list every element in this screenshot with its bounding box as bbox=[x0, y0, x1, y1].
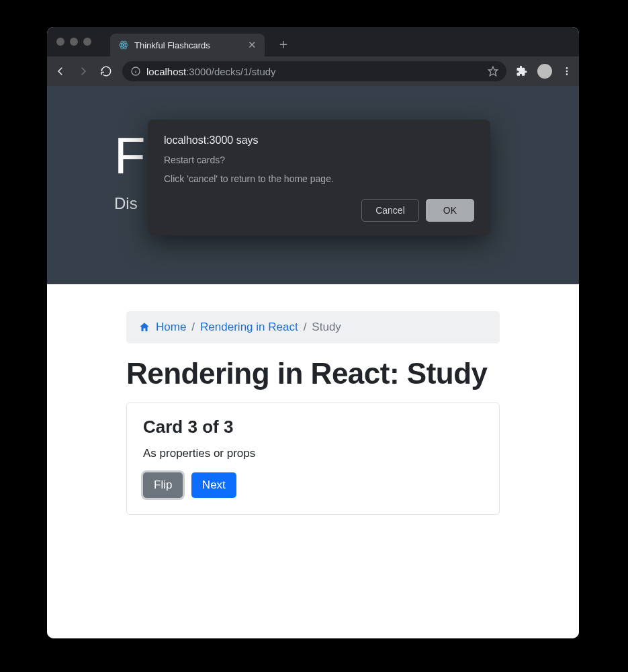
bookmark-star-icon[interactable] bbox=[488, 66, 498, 77]
ok-button[interactable]: OK bbox=[426, 199, 474, 222]
page-title: Rendering in React: Study bbox=[126, 357, 500, 390]
breadcrumb-deck-link[interactable]: Rendering in React bbox=[200, 321, 298, 334]
dialog-actions: Cancel OK bbox=[164, 199, 474, 222]
new-tab-icon[interactable]: ＋ bbox=[277, 35, 290, 53]
browser-toolbar: localhost:3000/decks/1/study bbox=[47, 56, 579, 86]
extensions-icon[interactable] bbox=[516, 65, 528, 77]
tab-close-icon[interactable]: ✕ bbox=[248, 39, 257, 51]
confirm-dialog: localhost:3000 says Restart cards? Click… bbox=[148, 120, 490, 235]
svg-point-8 bbox=[566, 67, 568, 69]
dialog-message-line2: Click 'cancel' to return to the home pag… bbox=[164, 173, 474, 184]
tab-bar: Thinkful Flashcards ✕ ＋ bbox=[47, 27, 579, 56]
study-card: Card 3 of 3 As properties or props Flip … bbox=[126, 403, 500, 515]
main-content: Home / Rendering in React / Study Render… bbox=[47, 284, 579, 542]
page-viewport: F Dis Home / Rendering in React / Study … bbox=[47, 86, 579, 638]
browser-tab[interactable]: Thinkful Flashcards ✕ bbox=[110, 34, 265, 56]
window-maximize-icon[interactable] bbox=[83, 38, 91, 46]
site-info-icon[interactable] bbox=[130, 66, 141, 77]
window-minimize-icon[interactable] bbox=[70, 38, 78, 46]
window-close-icon[interactable] bbox=[56, 38, 64, 46]
kebab-menu-icon[interactable] bbox=[562, 66, 572, 77]
svg-marker-7 bbox=[488, 67, 497, 75]
breadcrumb-separator: / bbox=[304, 321, 307, 334]
cancel-button[interactable]: Cancel bbox=[361, 199, 419, 222]
reload-icon[interactable] bbox=[99, 65, 113, 78]
card-counter: Card 3 of 3 bbox=[143, 417, 483, 437]
flip-button[interactable]: Flip bbox=[143, 472, 183, 498]
svg-point-10 bbox=[566, 73, 568, 75]
breadcrumb-home-link[interactable]: Home bbox=[156, 321, 186, 334]
profile-avatar-icon[interactable] bbox=[537, 64, 552, 79]
back-icon[interactable] bbox=[54, 65, 67, 78]
breadcrumb-current: Study bbox=[312, 321, 341, 334]
svg-point-9 bbox=[566, 71, 568, 73]
svg-point-0 bbox=[123, 44, 125, 46]
breadcrumb-separator: / bbox=[191, 321, 195, 334]
dialog-message-line1: Restart cards? bbox=[164, 155, 474, 165]
url-host: localhost:3000/decks/1/study bbox=[146, 66, 276, 77]
browser-window: Thinkful Flashcards ✕ ＋ localhost:3000/d… bbox=[47, 27, 579, 638]
forward-icon[interactable] bbox=[77, 65, 90, 78]
breadcrumb: Home / Rendering in React / Study bbox=[126, 311, 500, 343]
window-controls bbox=[56, 38, 91, 46]
next-button[interactable]: Next bbox=[191, 472, 236, 498]
dialog-origin: localhost:3000 says bbox=[164, 134, 474, 146]
card-body: As properties or props bbox=[143, 447, 483, 460]
favicon-react-icon bbox=[118, 40, 129, 50]
tab-title: Thinkful Flashcards bbox=[134, 40, 242, 50]
address-bar[interactable]: localhost:3000/decks/1/study bbox=[122, 61, 506, 81]
home-icon bbox=[138, 321, 150, 333]
